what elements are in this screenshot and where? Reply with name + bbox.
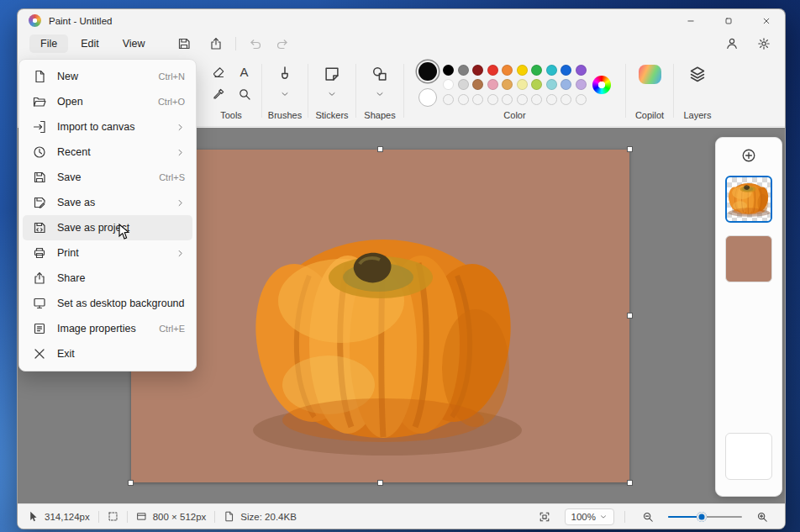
menu-file[interactable]: File [29,34,68,53]
zoom-slider-knob[interactable] [697,512,707,522]
resize-handle-bottom-left[interactable] [128,480,134,486]
palette-color-f7d000[interactable] [517,65,528,76]
custom-color-slot-1[interactable] [458,94,469,105]
custom-color-slot-9[interactable] [576,94,587,105]
custom-color-slot-0[interactable] [443,94,454,105]
file-menu-item-recent[interactable]: Recent [23,140,192,165]
text-tool-button[interactable]: A [233,62,256,82]
canvas[interactable] [131,150,629,482]
layers-button[interactable] [684,61,711,87]
palette-color-c0a8e0[interactable] [576,79,587,90]
file-menu-item-share[interactable]: Share [23,266,192,291]
stickers-button[interactable] [318,61,345,87]
layer-thumbnail-background-color[interactable] [725,235,772,282]
statusbar-divider [127,511,128,523]
custom-color-slot-5[interactable] [517,94,528,105]
custom-color-slot-2[interactable] [472,94,483,105]
file-menu-item-print[interactable]: Print [23,240,192,266]
palette-color-e8a1b4[interactable] [487,79,498,90]
share-button[interactable] [203,34,229,54]
zoom-slider[interactable] [668,511,742,523]
palette-color-b3d250[interactable] [531,79,542,90]
custom-color-slot-8[interactable] [561,94,571,105]
custom-color-slot-4[interactable] [502,94,513,105]
fit-to-screen-button[interactable] [532,507,557,527]
resize-handle-top[interactable] [377,146,383,152]
save-button[interactable] [171,34,197,54]
close-button[interactable] [747,9,785,32]
background-layer-thumbnail[interactable] [725,433,772,480]
custom-color-slot-7[interactable] [546,94,557,105]
file-menu-item-new[interactable]: NewCtrl+N [23,64,192,89]
cursor-position-text: 314,124px [45,512,90,522]
chevron-down-icon[interactable] [375,89,385,99]
ribbon-group-brushes[interactable]: Brushes [262,55,308,126]
palette-color-1566d6[interactable] [561,65,571,76]
account-button[interactable] [719,34,745,54]
print-icon [33,246,46,260]
file-menu-item-open[interactable]: OpenCtrl+O [23,89,192,114]
eraser-icon [212,66,225,79]
ribbon-group-copilot[interactable]: Copilot [626,55,673,126]
color-2-swatch[interactable] [418,88,437,107]
file-menu-item-exit[interactable]: Exit [23,341,192,366]
palette-color-000000[interactable] [443,65,454,76]
palette-color-d6d6d6[interactable] [458,79,469,90]
palette-color-808080[interactable] [458,65,469,76]
chevron-down-icon[interactable] [280,89,290,99]
eyedropper-icon [212,87,225,101]
file-menu-item-save-as[interactable]: Save as [23,190,192,215]
file-menu-item-import-to-canvas[interactable]: Import to canvas [23,114,192,140]
zoom-dropdown[interactable]: 100% [565,508,614,525]
ribbon-group-stickers[interactable]: Stickers [308,55,355,126]
redo-button[interactable] [270,34,295,54]
minimize-icon [687,17,695,25]
file-menu-item-save[interactable]: SaveCtrl+S [23,165,192,190]
copilot-button[interactable] [636,61,663,87]
file-menu-item-image-properties[interactable]: Image propertiesCtrl+E [23,316,192,341]
ribbon-group-shapes[interactable]: Shapes [356,55,403,126]
palette-color-e5352b[interactable] [487,65,498,76]
palette-color-8b1a1a[interactable] [472,65,483,76]
tools-grid: A [206,61,257,104]
custom-color-slot-6[interactable] [531,94,542,105]
palette-color-ffffff[interactable] [443,79,454,90]
layer-thumbnail-pumpkin[interactable] [725,176,772,223]
magnifier-tool-button[interactable] [233,84,256,104]
file-menu-item-save-as-project[interactable]: Save as project [23,215,192,240]
menu-view[interactable]: View [112,34,156,53]
palette-color-b0754a[interactable] [472,79,483,90]
undo-button[interactable] [243,34,268,54]
shapes-icon [371,66,388,82]
file-menu-item-set-as-desktop-background[interactable]: Set as desktop background [23,291,192,316]
resize-handle-bottom-right[interactable] [627,480,633,486]
add-layer-button[interactable] [739,146,759,166]
palette-color-ef8733[interactable] [502,65,513,76]
resize-handle-bottom[interactable] [377,480,383,486]
palette-color-f2eca0[interactable] [517,79,528,90]
maximize-button[interactable] [709,9,747,32]
zoom-in-button[interactable] [750,507,775,527]
ribbon-group-layers[interactable]: Layers [674,55,721,126]
resize-handle-top-right[interactable] [627,146,633,152]
brushes-button[interactable] [271,61,298,87]
menu-edit[interactable]: Edit [70,34,110,53]
palette-color-98b4e4[interactable] [561,79,571,90]
shapes-button[interactable] [366,61,393,87]
edit-colors-button[interactable] [592,76,611,94]
custom-color-slot-3[interactable] [487,94,498,105]
resize-handle-right[interactable] [627,313,633,319]
palette-color-e3a857[interactable] [502,79,513,90]
color-picker-tool-button[interactable] [207,84,230,104]
eraser-tool-button[interactable] [207,62,230,82]
zoom-out-button[interactable] [635,507,661,527]
palette-color-8a57d1[interactable] [576,65,587,76]
shapes-group-label: Shapes [364,110,395,126]
palette-color-8fd4da[interactable] [546,79,557,90]
palette-color-2bbcc9[interactable] [546,65,557,76]
settings-button[interactable] [751,34,776,54]
palette-color-2db34a[interactable] [531,65,542,76]
color-1-swatch[interactable] [418,62,437,81]
chevron-down-icon[interactable] [327,89,337,99]
minimize-button[interactable] [671,9,709,32]
